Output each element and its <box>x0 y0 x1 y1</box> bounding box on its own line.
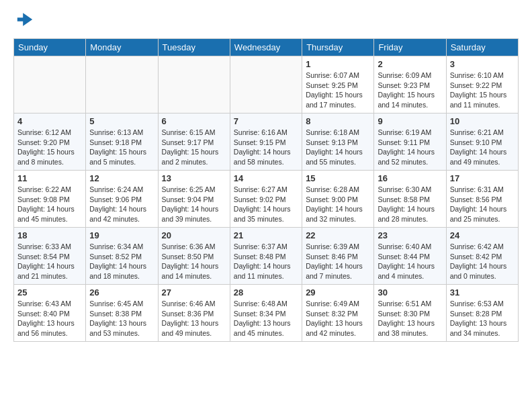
day-number: 21 <box>234 230 298 240</box>
day-info: Sunrise: 6:34 AMSunset: 8:52 PMDaylight:… <box>89 242 154 281</box>
day-info: Sunrise: 6:18 AMSunset: 9:13 PMDaylight:… <box>306 128 370 167</box>
day-number: 19 <box>89 230 154 240</box>
weekday-header-saturday: Saturday <box>446 39 518 56</box>
weekday-header-friday: Friday <box>374 39 446 56</box>
day-info: Sunrise: 6:46 AMSunset: 8:36 PMDaylight:… <box>162 299 226 338</box>
day-info: Sunrise: 6:53 AMSunset: 8:28 PMDaylight:… <box>450 299 515 338</box>
day-number: 23 <box>378 230 442 240</box>
weekday-header-sunday: Sunday <box>14 39 86 56</box>
day-cell: 31Sunrise: 6:53 AMSunset: 8:28 PMDayligh… <box>446 285 518 342</box>
day-info: Sunrise: 6:37 AMSunset: 8:48 PMDaylight:… <box>234 242 298 281</box>
calendar-table: SundayMondayTuesdayWednesdayThursdayFrid… <box>13 38 519 342</box>
day-cell <box>14 56 86 113</box>
day-number: 12 <box>89 173 154 183</box>
day-cell: 2Sunrise: 6:09 AMSunset: 9:23 PMDaylight… <box>374 56 446 113</box>
day-number: 29 <box>306 287 370 298</box>
day-number: 31 <box>450 287 515 298</box>
weekday-header-row: SundayMondayTuesdayWednesdayThursdayFrid… <box>14 39 519 56</box>
logo <box>13 10 37 32</box>
day-cell: 15Sunrise: 6:28 AMSunset: 9:00 PMDayligh… <box>302 171 374 228</box>
day-number: 10 <box>450 116 515 126</box>
day-info: Sunrise: 6:33 AMSunset: 8:54 PMDaylight:… <box>17 242 82 281</box>
day-number: 9 <box>378 116 442 126</box>
day-number: 5 <box>89 116 154 126</box>
svg-marker-0 <box>17 13 32 26</box>
day-cell: 13Sunrise: 6:25 AMSunset: 9:04 PMDayligh… <box>158 171 230 228</box>
day-cell: 23Sunrise: 6:40 AMSunset: 8:44 PMDayligh… <box>374 228 446 285</box>
day-info: Sunrise: 6:42 AMSunset: 8:42 PMDaylight:… <box>450 242 515 281</box>
day-number: 14 <box>234 173 298 183</box>
day-cell: 4Sunrise: 6:12 AMSunset: 9:20 PMDaylight… <box>14 113 86 171</box>
day-number: 3 <box>450 59 515 69</box>
day-cell: 22Sunrise: 6:39 AMSunset: 8:46 PMDayligh… <box>302 228 374 285</box>
day-number: 11 <box>17 173 82 183</box>
day-info: Sunrise: 6:22 AMSunset: 9:08 PMDaylight:… <box>17 185 82 224</box>
day-number: 28 <box>234 287 298 298</box>
weekday-header-tuesday: Tuesday <box>158 39 230 56</box>
day-info: Sunrise: 6:39 AMSunset: 8:46 PMDaylight:… <box>306 242 370 281</box>
week-row-5: 25Sunrise: 6:43 AMSunset: 8:40 PMDayligh… <box>14 285 519 342</box>
day-info: Sunrise: 6:19 AMSunset: 9:11 PMDaylight:… <box>378 128 442 167</box>
day-cell <box>158 56 230 113</box>
day-info: Sunrise: 6:15 AMSunset: 9:17 PMDaylight:… <box>162 128 226 167</box>
day-cell: 30Sunrise: 6:51 AMSunset: 8:30 PMDayligh… <box>374 285 446 342</box>
day-cell: 28Sunrise: 6:48 AMSunset: 8:34 PMDayligh… <box>230 285 302 342</box>
day-cell: 21Sunrise: 6:37 AMSunset: 8:48 PMDayligh… <box>230 228 302 285</box>
day-info: Sunrise: 6:31 AMSunset: 8:56 PMDaylight:… <box>450 185 515 224</box>
day-cell <box>230 56 302 113</box>
day-info: Sunrise: 6:10 AMSunset: 9:22 PMDaylight:… <box>450 71 515 110</box>
weekday-header-monday: Monday <box>86 39 158 56</box>
day-cell: 18Sunrise: 6:33 AMSunset: 8:54 PMDayligh… <box>14 228 86 285</box>
header <box>13 10 519 32</box>
day-number: 26 <box>89 287 154 298</box>
day-number: 24 <box>450 230 515 240</box>
day-info: Sunrise: 6:45 AMSunset: 8:38 PMDaylight:… <box>89 299 154 338</box>
day-info: Sunrise: 6:21 AMSunset: 9:10 PMDaylight:… <box>450 128 515 167</box>
week-row-2: 4Sunrise: 6:12 AMSunset: 9:20 PMDaylight… <box>14 113 519 171</box>
day-info: Sunrise: 6:13 AMSunset: 9:18 PMDaylight:… <box>89 128 154 167</box>
day-info: Sunrise: 6:36 AMSunset: 8:50 PMDaylight:… <box>162 242 226 281</box>
day-info: Sunrise: 6:43 AMSunset: 8:40 PMDaylight:… <box>17 299 82 338</box>
day-number: 27 <box>162 287 226 298</box>
day-info: Sunrise: 6:16 AMSunset: 9:15 PMDaylight:… <box>234 128 298 167</box>
day-number: 25 <box>17 287 82 298</box>
day-cell: 16Sunrise: 6:30 AMSunset: 8:58 PMDayligh… <box>374 171 446 228</box>
day-number: 7 <box>234 116 298 126</box>
day-cell: 25Sunrise: 6:43 AMSunset: 8:40 PMDayligh… <box>14 285 86 342</box>
day-cell: 6Sunrise: 6:15 AMSunset: 9:17 PMDaylight… <box>158 113 230 171</box>
day-cell: 9Sunrise: 6:19 AMSunset: 9:11 PMDaylight… <box>374 113 446 171</box>
page: SundayMondayTuesdayWednesdayThursdayFrid… <box>0 0 532 352</box>
week-row-3: 11Sunrise: 6:22 AMSunset: 9:08 PMDayligh… <box>14 171 519 228</box>
day-info: Sunrise: 6:28 AMSunset: 9:00 PMDaylight:… <box>306 185 370 224</box>
day-number: 30 <box>378 287 442 298</box>
day-info: Sunrise: 6:12 AMSunset: 9:20 PMDaylight:… <box>17 128 82 167</box>
weekday-header-wednesday: Wednesday <box>230 39 302 56</box>
day-number: 17 <box>450 173 515 183</box>
day-cell: 11Sunrise: 6:22 AMSunset: 9:08 PMDayligh… <box>14 171 86 228</box>
day-cell: 17Sunrise: 6:31 AMSunset: 8:56 PMDayligh… <box>446 171 518 228</box>
logo-icon <box>15 10 34 29</box>
day-number: 16 <box>378 173 442 183</box>
day-number: 1 <box>306 59 370 69</box>
day-cell: 8Sunrise: 6:18 AMSunset: 9:13 PMDaylight… <box>302 113 374 171</box>
day-info: Sunrise: 6:09 AMSunset: 9:23 PMDaylight:… <box>378 71 442 110</box>
week-row-4: 18Sunrise: 6:33 AMSunset: 8:54 PMDayligh… <box>14 228 519 285</box>
day-cell: 5Sunrise: 6:13 AMSunset: 9:18 PMDaylight… <box>86 113 158 171</box>
day-info: Sunrise: 6:49 AMSunset: 8:32 PMDaylight:… <box>306 299 370 338</box>
day-cell: 29Sunrise: 6:49 AMSunset: 8:32 PMDayligh… <box>302 285 374 342</box>
day-number: 20 <box>162 230 226 240</box>
day-info: Sunrise: 6:51 AMSunset: 8:30 PMDaylight:… <box>378 299 442 338</box>
day-cell: 26Sunrise: 6:45 AMSunset: 8:38 PMDayligh… <box>86 285 158 342</box>
day-cell: 20Sunrise: 6:36 AMSunset: 8:50 PMDayligh… <box>158 228 230 285</box>
day-cell: 3Sunrise: 6:10 AMSunset: 9:22 PMDaylight… <box>446 56 518 113</box>
day-number: 2 <box>378 59 442 69</box>
day-info: Sunrise: 6:24 AMSunset: 9:06 PMDaylight:… <box>89 185 154 224</box>
day-cell: 12Sunrise: 6:24 AMSunset: 9:06 PMDayligh… <box>86 171 158 228</box>
week-row-1: 1Sunrise: 6:07 AMSunset: 9:25 PMDaylight… <box>14 56 519 113</box>
day-number: 4 <box>17 116 82 126</box>
day-cell: 7Sunrise: 6:16 AMSunset: 9:15 PMDaylight… <box>230 113 302 171</box>
day-cell: 19Sunrise: 6:34 AMSunset: 8:52 PMDayligh… <box>86 228 158 285</box>
day-cell: 27Sunrise: 6:46 AMSunset: 8:36 PMDayligh… <box>158 285 230 342</box>
day-info: Sunrise: 6:30 AMSunset: 8:58 PMDaylight:… <box>378 185 442 224</box>
day-info: Sunrise: 6:07 AMSunset: 9:25 PMDaylight:… <box>306 71 370 110</box>
